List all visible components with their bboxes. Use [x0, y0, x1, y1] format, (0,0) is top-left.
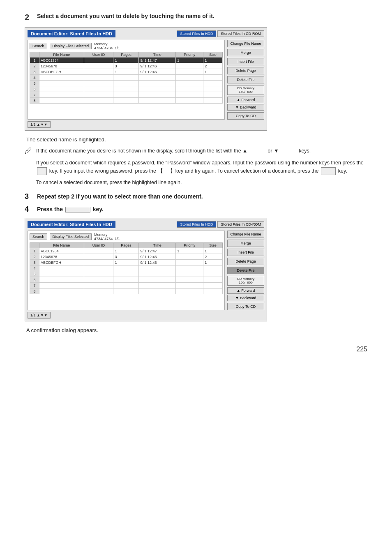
row-userid [84, 98, 113, 104]
table-row[interactable]: 1 ABC01234 1 9/ 1 12:47 1 1 [30, 58, 223, 63]
panel2-tab2-btn[interactable]: Stored Files In CD-ROM [217, 221, 264, 228]
table-row[interactable]: 7 [30, 92, 223, 98]
row-time [139, 265, 176, 271]
panel2-backward-btn[interactable]: ▼ Backward [227, 295, 264, 301]
row-time [139, 283, 176, 289]
row-pages [113, 265, 139, 271]
note-text: If the document name you desire is not s… [36, 147, 367, 187]
table-row[interactable]: 2 12345678 3 9/ 1 12:46 2 [30, 254, 223, 260]
table-row[interactable]: 1 ABC01234 1 9/ 1 12:47 1 1 [30, 248, 223, 254]
row-time: 9/ 1 12:46 [139, 69, 176, 75]
desc2: A confirmation dialog appears. [26, 327, 367, 333]
row-filename [39, 81, 84, 86]
row-size [203, 289, 223, 294]
key-enter [37, 167, 47, 175]
col-time: Time [139, 52, 176, 58]
table-row[interactable]: 5 [30, 81, 223, 86]
note-line3: To cancel a selected document, press the… [36, 178, 367, 187]
row-num: 4 [30, 265, 39, 271]
panel2-cd-nav: ▲ Forward ▼ Backward [227, 287, 264, 301]
table-row[interactable]: 8 [30, 98, 223, 104]
panel2-memory-info: Memory 4734/ 4734 1/1 [94, 233, 120, 241]
panel1-display-btn[interactable]: Display Files Selected [50, 43, 92, 49]
step3-number: 3 [25, 192, 34, 201]
delete-page-btn[interactable]: Delete Page [227, 67, 264, 74]
table-row[interactable]: 3 ABCDEFGH 1 9/ 1 12:46 1 [30, 69, 223, 75]
row-num: 1 [30, 58, 39, 63]
row-num: 6 [30, 277, 39, 283]
insert-file-btn[interactable]: Insert File [227, 58, 264, 65]
backward-btn[interactable]: ▼ Backward [227, 104, 264, 111]
row-userid [84, 75, 113, 81]
row-size: 2 [203, 63, 223, 69]
row-num: 6 [30, 86, 39, 92]
row-priority [176, 98, 203, 104]
table-row[interactable]: 7 [30, 283, 223, 289]
row-filename: ABCDEFGH [39, 260, 84, 265]
panel2-footer-box: 1/1 ▲▼▼ [28, 312, 51, 319]
panel2-toolbar: Search Display Files Selected Memory 473… [30, 233, 223, 241]
row-time: 9/ 1 12:47 [139, 58, 176, 63]
row-pages [113, 92, 139, 98]
table-row[interactable]: 6 [30, 277, 223, 283]
panel2-forward-btn[interactable]: ▲ Forward [227, 287, 264, 294]
row-pages: 1 [113, 58, 139, 63]
merge-btn[interactable]: Merge [227, 49, 264, 56]
panel2-search-btn[interactable]: Search [30, 233, 47, 240]
row-time [139, 277, 176, 283]
row-pages: 1 [113, 260, 139, 265]
row-filename [39, 277, 84, 283]
col-filename: File Name [39, 52, 84, 58]
table-row[interactable]: 6 [30, 86, 223, 92]
delete-file-btn[interactable]: Delete File [227, 76, 264, 83]
tab2-btn[interactable]: Stored Files In CD-ROM [217, 30, 264, 37]
col-size: Size [203, 52, 223, 58]
row-filename [39, 86, 84, 92]
panel2-display-btn[interactable]: Display Files Selected [50, 233, 92, 240]
panel1-file-list: Search Display Files Selected Memory 473… [28, 40, 225, 120]
panel1-sidebar: Change File Name Merge Insert File Delet… [227, 40, 264, 120]
panel2-copy-to-cd-btn[interactable]: Copy To CD [227, 303, 264, 310]
copy-to-cd-btn[interactable]: Copy To CD [227, 112, 264, 120]
row-num: 2 [30, 254, 39, 260]
table-row[interactable]: 4 [30, 75, 223, 81]
row-filename [39, 271, 84, 277]
panel2-change-file-name-btn[interactable]: Change File Name [227, 231, 264, 238]
desc1: The selected name is highlighted. [26, 136, 367, 143]
table-row[interactable]: 8 [30, 289, 223, 294]
table-row[interactable]: 5 [30, 271, 223, 277]
row-filename [39, 283, 84, 289]
tab1-btn[interactable]: Stored Files In HDD [177, 30, 216, 37]
forward-btn[interactable]: ▲ Forward [227, 97, 264, 103]
row-userid [84, 283, 113, 289]
panel2-delete-file-btn[interactable]: Delete File [227, 267, 264, 274]
panel2-file-list: Search Display Files Selected Memory 473… [28, 231, 225, 310]
table-row[interactable]: 4 [30, 265, 223, 271]
row-priority [176, 86, 203, 92]
panel2-insert-file-btn[interactable]: Insert File [227, 249, 264, 256]
panel2-tabs: Stored Files In HDD Stored Files In CD-R… [177, 221, 264, 228]
panel2-delete-page-btn[interactable]: Delete Page [227, 258, 264, 265]
row-pages [113, 75, 139, 81]
step2-number: 2 [25, 12, 34, 22]
row-priority [176, 254, 203, 260]
row-userid [84, 58, 113, 63]
note-line1: If the document name you desire is not s… [36, 147, 367, 155]
panel2-merge-btn[interactable]: Merge [227, 240, 264, 247]
row-size: 1 [203, 69, 223, 75]
panel1-search-btn[interactable]: Search [30, 43, 47, 49]
row-size: 2 [203, 254, 223, 260]
row-size: 1 [203, 58, 223, 63]
note-line2: If you select a document which requires … [36, 159, 367, 175]
table-row[interactable]: 2 12345678 3 9/ 1 12:46 2 [30, 63, 223, 69]
col2-pages: Pages [113, 243, 139, 248]
panel2-cd-memory-box: CD Memory150/ 600 [227, 276, 264, 286]
row-time [139, 98, 176, 104]
panel2-tab1-btn[interactable]: Stored Files In HDD [177, 221, 216, 228]
table-row[interactable]: 3 ABCDEFGH 1 9/ 1 12:46 1 [30, 260, 223, 265]
row-num: 4 [30, 75, 39, 81]
step4-header: 4 Press the key. [25, 205, 367, 214]
row-time: 9/ 1 12:46 [139, 254, 176, 260]
or-text: or [267, 148, 272, 154]
change-file-name-btn[interactable]: Change File Name [227, 40, 264, 47]
